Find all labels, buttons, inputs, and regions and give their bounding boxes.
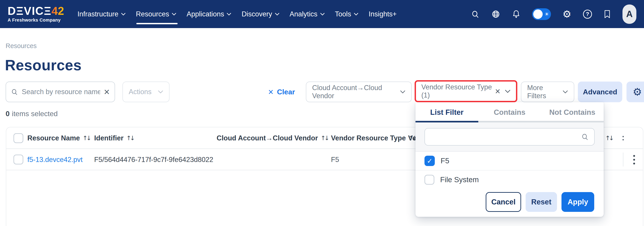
chevron-down-icon	[121, 13, 126, 16]
chevron-down-icon	[275, 13, 280, 16]
gear-icon	[632, 87, 642, 97]
checked-checkbox[interactable]	[424, 156, 435, 166]
selection-count: 0	[6, 110, 10, 118]
table-settings-button[interactable]	[626, 81, 644, 102]
active-tab-indicator	[416, 121, 478, 123]
column-header-vendor-type[interactable]: Vendor Resource Type	[331, 134, 406, 142]
apply-button[interactable]: Apply	[562, 192, 594, 212]
filter-chip-cloud-vendor[interactable]: Cloud Account→Cloud Vendor	[306, 81, 412, 102]
sun-icon	[544, 12, 549, 17]
filter-chip-vendor-resource-type[interactable]: Vendor Resource Type (1)	[414, 80, 517, 102]
logo-subtitle: A Freshworks Company	[8, 18, 64, 23]
nav-item-tools[interactable]: Tools	[335, 10, 358, 18]
navbar-actions: A	[471, 5, 636, 24]
unchecked-checkbox[interactable]	[424, 175, 434, 185]
filter-option-file-system[interactable]: File System	[416, 171, 604, 189]
remove-filter-icon[interactable]	[495, 87, 500, 96]
search-icon	[581, 133, 589, 141]
logo-text: DΞVICΞ	[8, 6, 52, 17]
globe-icon[interactable]	[491, 10, 500, 19]
advanced-button[interactable]: Advanced	[578, 81, 622, 102]
logo-42: 42	[52, 6, 64, 17]
top-navbar: DΞVICΞ 42 A Freshworks Company Infrastru…	[0, 0, 644, 28]
chevron-down-icon	[227, 13, 231, 16]
chevron-down-icon	[505, 90, 510, 93]
search-input[interactable]	[22, 88, 100, 96]
column-header-resource-name[interactable]: Resource Name	[27, 134, 80, 142]
tab-list-filter[interactable]: List Filter	[416, 102, 478, 123]
nav-item-analytics[interactable]: Analytics	[290, 10, 325, 18]
reset-button[interactable]: Reset	[526, 192, 557, 212]
sort-icon[interactable]	[82, 135, 91, 142]
clear-filters-link[interactable]: Clear	[268, 85, 295, 99]
chevron-down-icon	[172, 13, 176, 16]
toggle-knob	[533, 10, 543, 19]
column-header-identifier[interactable]: Identifier	[94, 134, 124, 142]
chevron-down-icon	[158, 90, 163, 93]
tab-contains[interactable]: Contains	[478, 102, 541, 123]
filter-search-input[interactable]	[430, 133, 578, 141]
help-icon[interactable]	[583, 10, 592, 19]
row-checkbox[interactable]	[14, 155, 23, 164]
filter-option-f5[interactable]: F5	[416, 152, 604, 170]
search-icon[interactable]	[471, 10, 480, 19]
chevron-down-icon	[354, 13, 358, 16]
theme-toggle[interactable]	[532, 8, 551, 20]
search-icon	[11, 88, 18, 95]
identifier-cell: F5/564d4476-717f-9c7f-9fe6423d8022	[94, 149, 213, 170]
nav-item-resources[interactable]: Resources	[136, 10, 176, 18]
bookmark-icon[interactable]	[604, 10, 611, 19]
resource-search-box	[6, 81, 115, 102]
nav-item-discovery[interactable]: Discovery	[242, 10, 279, 18]
chevron-down-icon	[320, 13, 325, 16]
nav-item-infrastructure[interactable]: Infrastructure	[77, 10, 126, 18]
column-header-cloud-vendor[interactable]: Cloud Account→Cloud Vendor	[216, 134, 318, 142]
user-avatar[interactable]: A	[622, 5, 636, 24]
column-divider	[623, 153, 623, 166]
resource-name-link[interactable]: f5-13.devce42.pvt	[27, 149, 82, 170]
nav-item-applications[interactable]: Applications	[186, 10, 231, 18]
popover-search-box	[424, 128, 595, 146]
chevron-down-icon	[562, 90, 568, 93]
clear-search-icon[interactable]	[104, 87, 110, 97]
nav-item-insights[interactable]: Insights+	[369, 10, 397, 18]
chevron-down-icon	[400, 90, 406, 93]
sort-icon[interactable]	[605, 135, 614, 142]
sort-icon[interactable]	[321, 135, 330, 142]
checkmark-icon	[427, 157, 432, 165]
column-header-partial: Ve	[408, 134, 416, 142]
actions-dropdown[interactable]: Actions	[122, 81, 170, 102]
column-dots-icon	[622, 127, 624, 149]
clear-x-icon	[268, 87, 273, 96]
vendor-type-cell: F5	[331, 149, 339, 170]
vendor-resource-type-filter-popover: List Filter Contains Not Contains F5 Fil…	[416, 102, 604, 217]
popover-search-section	[416, 123, 604, 152]
breadcrumb[interactable]: Resources	[6, 42, 37, 50]
select-all-checkbox[interactable]	[14, 133, 23, 143]
tab-not-contains[interactable]: Not Contains	[541, 102, 604, 123]
settings-gear-icon[interactable]	[562, 9, 571, 19]
selection-status: 0items selected	[6, 110, 58, 118]
sort-icon[interactable]	[126, 135, 135, 142]
row-menu-kebab-icon[interactable]	[631, 149, 637, 170]
main-nav: Infrastructure Resources Applications Di…	[77, 10, 396, 18]
page-title: Resources	[5, 57, 82, 74]
more-filters-dropdown[interactable]: More Filters	[521, 81, 574, 102]
popover-footer: Cancel Reset Apply	[416, 189, 604, 212]
cancel-button[interactable]: Cancel	[486, 192, 521, 212]
resources-page: DΞVICΞ 42 A Freshworks Company Infrastru…	[0, 0, 644, 226]
notifications-bell-icon[interactable]	[512, 10, 520, 19]
filter-tabs: List Filter Contains Not Contains	[416, 102, 604, 123]
device42-logo[interactable]: DΞVICΞ 42 A Freshworks Company	[8, 6, 64, 23]
